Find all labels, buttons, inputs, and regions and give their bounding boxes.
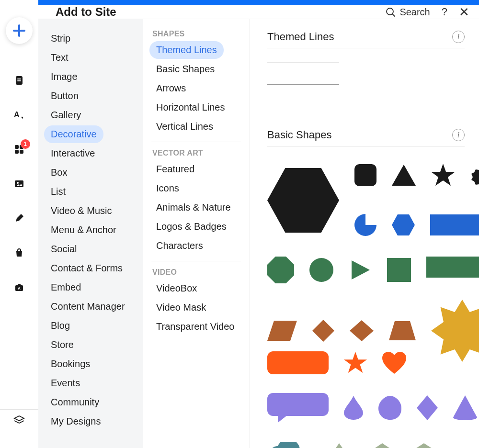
top-accent-bar bbox=[38, 0, 479, 5]
category-item[interactable]: Blog bbox=[44, 317, 77, 335]
media-icon[interactable] bbox=[12, 177, 26, 191]
shape-rhombus[interactable] bbox=[350, 315, 374, 346]
subcategory-item[interactable]: Icons bbox=[149, 179, 186, 197]
shape-blob[interactable] bbox=[378, 392, 401, 423]
svg-marker-27 bbox=[312, 320, 334, 342]
shape-rectangle[interactable] bbox=[430, 210, 479, 240]
category-item[interactable]: Video & Music bbox=[44, 202, 118, 220]
svg-rect-19 bbox=[430, 214, 479, 235]
line-sample[interactable] bbox=[373, 84, 445, 84]
category-item[interactable]: Menu & Anchor bbox=[44, 221, 123, 239]
left-rail: A 1 A bbox=[0, 0, 38, 448]
subcategory-item[interactable]: Characters bbox=[149, 237, 210, 255]
category-item[interactable]: Content Manager bbox=[44, 298, 132, 315]
subcategory-item[interactable]: Themed Lines bbox=[149, 41, 224, 59]
category-item[interactable]: Text bbox=[44, 49, 75, 67]
category-item[interactable]: Embed bbox=[44, 279, 88, 296]
subcategory-item[interactable]: Featured bbox=[149, 160, 201, 178]
shape-drop[interactable] bbox=[344, 392, 363, 423]
shape-octagon[interactable] bbox=[267, 255, 294, 285]
shape-star-orange[interactable] bbox=[344, 347, 367, 378]
shape-hexagon[interactable] bbox=[267, 164, 339, 236]
business-icon[interactable]: A bbox=[12, 280, 26, 294]
shape-speech-bubble[interactable] bbox=[267, 392, 329, 423]
shape-cone[interactable] bbox=[453, 392, 477, 423]
svg-rect-4 bbox=[15, 145, 19, 149]
svg-marker-36 bbox=[326, 443, 353, 448]
shape-parallelogram[interactable] bbox=[267, 315, 297, 346]
shape-circle[interactable] bbox=[309, 255, 333, 285]
svg-marker-18 bbox=[392, 214, 415, 235]
svg-marker-35 bbox=[417, 395, 438, 420]
info-icon[interactable]: i bbox=[452, 31, 465, 43]
subcategory-item[interactable]: Arrows bbox=[149, 79, 193, 97]
panel-header: Add to Site Search ? ✕ bbox=[38, 5, 479, 19]
subcategory-item[interactable]: Video Mask bbox=[149, 299, 213, 316]
subcategory-item[interactable]: Basic Shapes bbox=[149, 60, 221, 78]
shape-pacman[interactable] bbox=[354, 210, 376, 240]
category-item[interactable]: Image bbox=[44, 68, 84, 86]
group-separator bbox=[151, 261, 241, 261]
subcategory-item[interactable]: Logos & Badges bbox=[149, 218, 233, 235]
shape-diamond-olive[interactable] bbox=[368, 437, 397, 448]
category-item[interactable]: My Designs bbox=[44, 413, 107, 430]
svg-rect-1 bbox=[17, 78, 21, 79]
category-item[interactable]: Strip bbox=[44, 30, 77, 47]
design-icon[interactable]: A bbox=[12, 108, 26, 122]
subcategory-item[interactable]: VideoBox bbox=[149, 280, 204, 297]
shape-cloud[interactable] bbox=[267, 437, 310, 448]
shape-triangle-olive[interactable] bbox=[326, 437, 353, 448]
subcategory-item[interactable]: Horizontal Lines bbox=[149, 99, 231, 116]
group-separator bbox=[151, 142, 241, 142]
shape-diamond-purple[interactable] bbox=[417, 392, 438, 423]
line-sample[interactable] bbox=[267, 62, 339, 63]
svg-rect-7 bbox=[20, 150, 23, 154]
category-item[interactable]: List bbox=[44, 183, 72, 201]
shape-rounded-square[interactable] bbox=[354, 160, 376, 190]
category-item[interactable]: Gallery bbox=[44, 106, 88, 124]
shape-trapezoid[interactable] bbox=[389, 315, 416, 346]
svg-marker-38 bbox=[412, 443, 436, 448]
shape-play[interactable] bbox=[349, 255, 372, 285]
svg-rect-11 bbox=[18, 284, 21, 286]
svg-marker-34 bbox=[278, 416, 286, 423]
shape-heart[interactable] bbox=[382, 347, 406, 378]
pages-icon[interactable] bbox=[12, 73, 26, 88]
store-icon[interactable] bbox=[12, 246, 26, 260]
shape-rounded-rect[interactable] bbox=[267, 347, 329, 378]
category-item[interactable]: Community bbox=[44, 393, 106, 411]
category-item[interactable]: Bookings bbox=[44, 355, 97, 373]
category-item[interactable]: Contact & Forms bbox=[44, 259, 129, 277]
svg-rect-6 bbox=[15, 150, 19, 154]
shape-pentagon-olive[interactable] bbox=[412, 437, 436, 448]
category-item[interactable]: Social bbox=[44, 240, 83, 258]
category-item[interactable]: Interactive bbox=[44, 145, 102, 162]
section-divider bbox=[267, 146, 465, 146]
category-item[interactable]: Button bbox=[44, 87, 85, 105]
shape-speech-rect[interactable] bbox=[426, 255, 479, 285]
category-item[interactable]: Decorative bbox=[44, 125, 103, 143]
category-item[interactable]: Store bbox=[44, 336, 80, 354]
svg-text:A: A bbox=[18, 286, 21, 291]
add-button[interactable] bbox=[6, 17, 33, 44]
shape-diamond[interactable] bbox=[312, 315, 334, 346]
shape-star[interactable] bbox=[431, 160, 455, 190]
info-icon[interactable]: i bbox=[452, 129, 465, 141]
shape-triangle[interactable] bbox=[392, 160, 416, 190]
layers-icon[interactable] bbox=[12, 413, 26, 427]
close-button[interactable]: ✕ bbox=[459, 6, 469, 18]
shape-hexagon-small[interactable] bbox=[392, 210, 415, 240]
apps-icon[interactable]: 1 bbox=[12, 142, 26, 157]
category-item[interactable]: Events bbox=[44, 374, 87, 392]
blog-icon[interactable] bbox=[12, 211, 26, 225]
subcategory-item[interactable]: Animals & Nature bbox=[149, 199, 238, 216]
shape-seal[interactable] bbox=[470, 160, 479, 190]
subcategory-item[interactable]: Transparent Video bbox=[149, 318, 241, 336]
category-item[interactable]: Box bbox=[44, 164, 74, 181]
shape-square[interactable] bbox=[387, 255, 411, 285]
search-button[interactable]: Search bbox=[385, 7, 430, 18]
subcategory-item[interactable]: Vertical Lines bbox=[149, 118, 220, 135]
help-button[interactable]: ? bbox=[442, 6, 447, 18]
line-sample[interactable] bbox=[267, 84, 339, 85]
line-sample[interactable] bbox=[373, 62, 445, 62]
